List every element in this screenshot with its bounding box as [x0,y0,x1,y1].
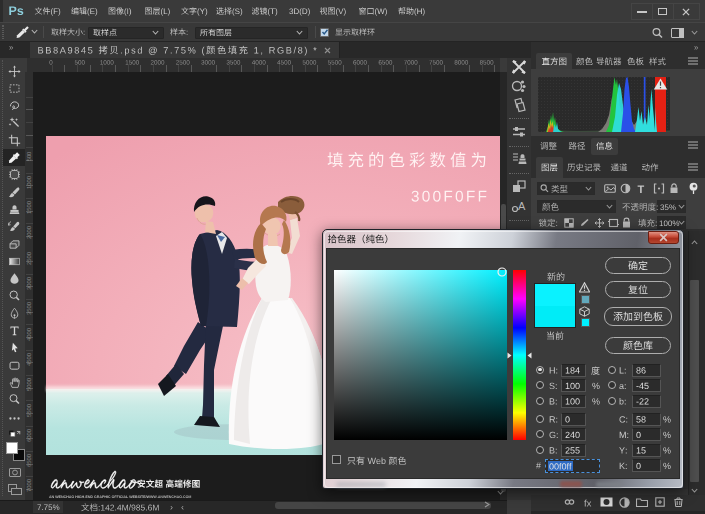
svg-text:A: A [518,200,526,212]
